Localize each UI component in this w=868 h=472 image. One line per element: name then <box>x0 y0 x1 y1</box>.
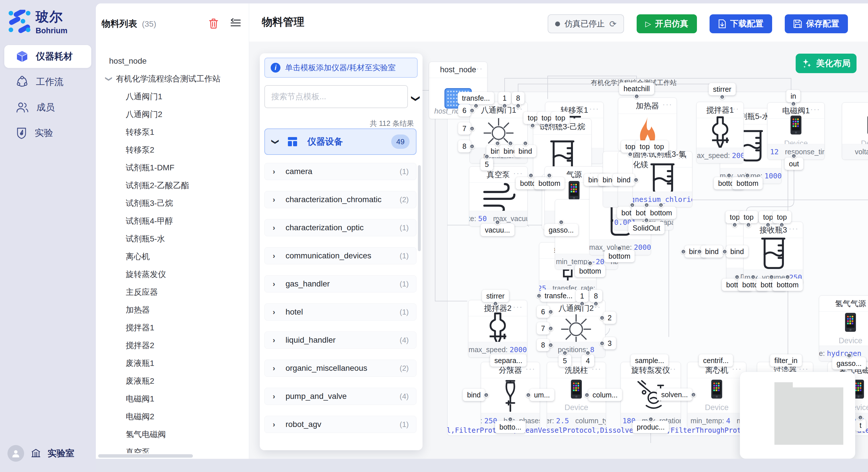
port-pill-vacuu[interactable]: vacuu...› <box>480 224 515 236</box>
port-pill-t[interactable]: t› <box>856 419 866 432</box>
node-menu-icon[interactable]: ··· <box>577 121 587 130</box>
tree-item[interactable]: 主反应器 <box>96 283 247 301</box>
port-pill-7[interactable]: 7› <box>537 322 549 335</box>
canvas-node[interactable]: Devicevoltage: 12 <box>842 102 868 160</box>
tree-item[interactable]: ❯有机化学流程综合测试工作站 <box>96 70 247 88</box>
port-pill-top[interactable]: top› <box>551 112 570 124</box>
node-menu-icon[interactable]: ··· <box>526 365 536 373</box>
node-menu-icon[interactable]: ··· <box>589 104 599 113</box>
lab-label[interactable]: 实验室 <box>48 447 74 460</box>
node-menu-icon[interactable]: ··· <box>513 169 523 178</box>
avatar[interactable] <box>7 445 24 462</box>
port-pill-stirrer[interactable]: stirrer› <box>709 83 736 96</box>
tree-item[interactable]: 试剂瓶5-水 <box>96 230 247 248</box>
canvas-node-八通阀门2[interactable]: 八通阀门2···positions: 8 <box>547 300 606 358</box>
category-hotel[interactable]: ›hotel(1) <box>265 303 416 321</box>
canvas-node-氢气气源[interactable]: 氢气气源···Device_type: hydrogenmax_pre <box>819 295 868 361</box>
port-pill-centrif[interactable]: centrif...› <box>699 355 733 367</box>
port-pill-top[interactable]: top› <box>773 211 792 224</box>
node-menu-icon[interactable]: ··· <box>662 100 673 109</box>
canvas-node-电磁阀1[interactable]: 电磁阀1···Devicevoltage: 12response_time: 0… <box>767 102 825 160</box>
tree-item[interactable]: 氢气电磁阀 <box>96 426 247 443</box>
port-pill-bind[interactable]: bind› <box>514 145 536 158</box>
node-menu-icon[interactable]: ··· <box>473 64 483 73</box>
canvas-node-搅拌器2[interactable]: 搅拌器2···max_speed: 2000 <box>468 300 527 358</box>
tree-item[interactable]: 试剂瓶3-己烷 <box>96 194 247 212</box>
tree-item[interactable]: 转移泵1 <box>96 123 247 141</box>
tree-item[interactable]: 离心机 <box>96 248 247 266</box>
canvas-node-真空泵[interactable]: 真空泵···ump_rate: 50max_vacuum: 0.1 <box>469 166 528 227</box>
node-menu-icon[interactable]: ··· <box>730 104 739 113</box>
port-pill-bottom[interactable]: bottom› <box>732 177 763 190</box>
sidebar-item-3[interactable]: 成员 <box>4 96 91 119</box>
save-config-button[interactable]: 保存配置 <box>785 14 848 33</box>
tree-item[interactable]: 八通阀门2 <box>96 105 247 123</box>
tree-item[interactable]: 废液瓶2 <box>96 372 247 390</box>
port-pill-colum[interactable]: colum...› <box>588 389 622 401</box>
port-pill-4[interactable]: 4› <box>582 355 594 367</box>
panel-collapse-chevron-icon[interactable]: ❯ <box>411 95 421 102</box>
trash-icon[interactable] <box>209 19 218 29</box>
tree-item[interactable]: 加热器 <box>96 301 247 319</box>
beautify-layout-button[interactable]: 美化布局 <box>796 54 857 73</box>
port-pill-6[interactable]: 6› <box>537 306 549 318</box>
tree-item[interactable]: 试剂瓶4-甲醇 <box>96 212 247 230</box>
port-pill-top[interactable]: top› <box>739 211 758 224</box>
port-pill-stirrer[interactable]: stirrer› <box>482 290 509 302</box>
category-characterization_optic[interactable]: ›characterization_optic(1) <box>265 219 416 236</box>
materials-hscrollbar[interactable] <box>98 454 193 458</box>
start-sim-button[interactable]: ▷ 开启仿真 <box>637 14 697 33</box>
category-communication_devices[interactable]: ›communication_devices(1) <box>265 247 416 264</box>
minimap[interactable] <box>740 372 856 459</box>
sim-status-pill[interactable]: 仿真已停止 ⟳ <box>548 14 624 33</box>
port-pill-6[interactable]: 6› <box>458 104 471 117</box>
port-pill-8[interactable]: 8› <box>458 140 471 153</box>
port-pill-in[interactable]: in› <box>786 90 800 102</box>
port-pill-8[interactable]: 8› <box>512 92 524 104</box>
port-pill-produc[interactable]: produc...› <box>632 421 669 433</box>
tree-item[interactable]: 搅拌器1 <box>96 319 247 337</box>
port-pill-7[interactable]: 7› <box>458 123 471 135</box>
port-pill-bind[interactable]: bind› <box>463 389 485 401</box>
tree-item[interactable]: 转移泵2 <box>96 141 247 159</box>
category-robot_agv[interactable]: ›robot_agv(1) <box>265 416 416 433</box>
collapse-list-icon[interactable] <box>230 19 241 29</box>
port-pill-bottom[interactable]: bottom› <box>575 265 606 277</box>
node-menu-icon[interactable]: ··· <box>810 105 820 114</box>
tree-item[interactable]: 废液瓶1 <box>96 355 247 372</box>
port-pill-5[interactable]: 5› <box>559 355 571 367</box>
port-pill-out[interactable]: out› <box>785 158 803 170</box>
tree-item[interactable]: 试剂瓶1-DMF <box>96 159 247 177</box>
port-pill-3[interactable]: 3› <box>603 337 616 349</box>
port-pill-solven[interactable]: solven...› <box>657 389 692 401</box>
tree-item[interactable]: 电磁阀1 <box>96 390 247 408</box>
port-pill-bind[interactable]: bind› <box>726 245 748 258</box>
tree-item[interactable]: 八通阀门1 <box>96 88 247 105</box>
node-menu-icon[interactable]: ··· <box>513 303 523 311</box>
port-pill-1[interactable]: 1› <box>498 92 511 104</box>
tree-item[interactable]: 电磁阀2 <box>96 408 247 426</box>
refresh-icon[interactable]: ⟳ <box>609 19 617 29</box>
port-pill-5[interactable]: 5› <box>480 158 493 171</box>
sidebar-item-1[interactable]: 仪器耗材 <box>4 45 91 68</box>
tree-item[interactable]: 搅拌器2 <box>96 337 247 355</box>
port-pill-separa[interactable]: separa...› <box>490 355 526 367</box>
template-search-input[interactable] <box>265 85 408 108</box>
port-pill-gasso[interactable]: gasso...› <box>832 357 866 370</box>
port-pill-botto[interactable]: botto...› <box>495 421 526 433</box>
port-pill-sample[interactable]: sample...› <box>631 355 668 367</box>
port-pill-bottom[interactable]: bottom› <box>604 250 634 262</box>
port-pill-bottom[interactable]: bottom› <box>646 207 676 219</box>
bottom-scroll-strip[interactable] <box>96 459 868 472</box>
category-liquid_handler[interactable]: ›liquid_handler(4) <box>265 332 416 349</box>
port-pill-8[interactable]: 8› <box>537 339 549 351</box>
node-menu-icon[interactable]: ··· <box>789 224 799 233</box>
node-menu-icon[interactable]: ··· <box>732 365 742 373</box>
port-pill-bottom[interactable]: bottom› <box>534 177 565 190</box>
node-menu-icon[interactable]: ··· <box>666 365 677 373</box>
template-scrollbar[interactable] <box>418 165 421 251</box>
download-config-button[interactable]: 下载配置 <box>710 14 772 33</box>
port-pill-2[interactable]: 2› <box>603 312 616 324</box>
category-pump_and_valve[interactable]: ›pump_and_valve(4) <box>265 388 416 405</box>
port-pill-8[interactable]: 8› <box>590 290 602 302</box>
